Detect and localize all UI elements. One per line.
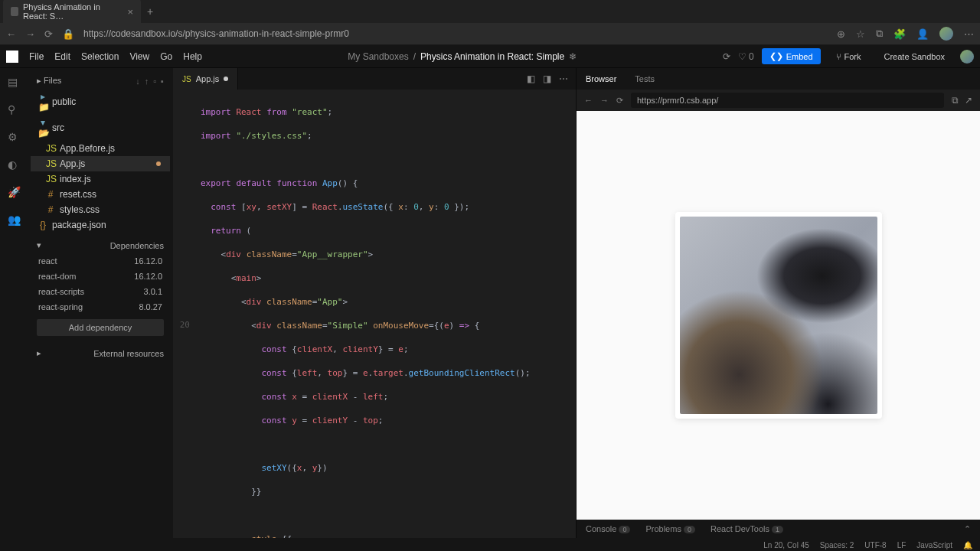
like-count: 0 (749, 51, 754, 62)
tree-folder-public[interactable]: ▸📁public (31, 89, 170, 115)
person-icon[interactable]: 👤 (916, 28, 929, 40)
editor-tabs: JS App.js ◧ ◨ ⋯ (173, 68, 576, 90)
collections-icon[interactable]: ⧉ (876, 28, 883, 40)
settings-icon[interactable]: ⚙ (8, 131, 20, 143)
extensions-icon[interactable]: 🧩 (893, 28, 906, 40)
tree-file[interactable]: #reset.css (31, 187, 170, 202)
preview-back-icon[interactable]: ← (584, 96, 593, 105)
preview-image[interactable] (680, 217, 877, 414)
deps-header[interactable]: ▾ Dependencies (31, 237, 170, 253)
problems-tab[interactable]: Problems 0 (645, 524, 695, 533)
dep-row[interactable]: react-dom16.12.0 (31, 269, 170, 284)
external-header-label: External resources (93, 349, 164, 358)
breadcrumb-root[interactable]: My Sandboxes (348, 51, 408, 62)
profile-avatar[interactable] (939, 27, 953, 41)
install-icon[interactable]: ⊕ (837, 28, 845, 40)
tree-file[interactable]: {}package.json (31, 217, 170, 233)
status-bell-icon[interactable]: 🔔 (963, 541, 972, 549)
reload-icon[interactable]: ⟳ (44, 28, 53, 40)
tree-folder-src[interactable]: ▾📂src (31, 115, 170, 141)
dep-row[interactable]: react16.12.0 (31, 253, 170, 269)
dep-version: 3.0.1 (144, 287, 162, 296)
preview-body[interactable] (577, 111, 980, 520)
explorer-icon[interactable]: ▤ (8, 76, 20, 88)
preview-tabs: Browser Tests (577, 68, 980, 90)
deploy-icon[interactable]: 🚀 (8, 186, 20, 198)
external-section: ▸ External resources (31, 345, 170, 361)
layout-icon[interactable]: ◧ (527, 73, 535, 84)
devtools-tab[interactable]: React DevTools 1 (710, 524, 783, 533)
tree-file[interactable]: JSindex.js (31, 171, 170, 187)
dep-row[interactable]: react-spring8.0.27 (31, 299, 170, 315)
menu-edit[interactable]: Edit (54, 51, 70, 62)
menu-view[interactable]: View (129, 51, 149, 62)
menu-help[interactable]: Help (183, 51, 202, 62)
browser-tab-bar: Physics Animation in React: S… × + (0, 0, 980, 23)
dep-row[interactable]: react-scripts3.0.1 (31, 284, 170, 299)
dep-version: 8.0.27 (139, 302, 162, 311)
new-file-icon[interactable]: ▪ (161, 77, 164, 86)
star-icon[interactable]: ☆ (856, 28, 865, 40)
upload-icon[interactable]: ↑ (145, 77, 149, 86)
tree-label: src (52, 122, 64, 133)
tab-title: Physics Animation in React: S… (23, 2, 122, 21)
download-icon[interactable]: ↓ (136, 77, 140, 86)
preview-forward-icon[interactable]: → (600, 96, 609, 105)
reload-sandbox-icon[interactable]: ⟳ (723, 51, 730, 62)
browser-tab[interactable]: Physics Animation in React: S… × (3, 0, 141, 25)
menu-selection[interactable]: Selection (81, 51, 119, 62)
console-badge: 0 (619, 526, 630, 533)
code-body[interactable]: import React from "react"; import "./sty… (196, 90, 576, 538)
app-menubar: File Edit Selection View Go Help My Sand… (0, 45, 980, 68)
like-button[interactable]: ♡ 0 (738, 51, 754, 62)
tree-file-active[interactable]: JSApp.js (31, 156, 170, 171)
preview-panel: Browser Tests ← → ⟳ ⧉ ↗ Console 0 Proble… (576, 68, 980, 538)
code-editor[interactable]: 20 import React from "react"; import "./… (173, 90, 576, 538)
tree-label: package.json (52, 220, 106, 230)
embed-button[interactable]: ❮❯ Embed (762, 48, 821, 64)
add-dependency-button[interactable]: Add dependency (37, 319, 164, 336)
more-icon[interactable]: ⋯ (559, 73, 568, 84)
tree-label: public (52, 96, 76, 107)
codesandbox-logo-icon[interactable] (6, 51, 18, 63)
status-language[interactable]: JavaScript (916, 541, 952, 549)
forward-icon[interactable]: → (25, 28, 35, 40)
menu-file[interactable]: File (29, 51, 44, 62)
preview-reload-icon[interactable]: ⟳ (616, 96, 623, 106)
tree-file[interactable]: #styles.css (31, 202, 170, 217)
external-header[interactable]: ▸ External resources (31, 345, 170, 361)
status-spaces[interactable]: Spaces: 2 (820, 541, 854, 549)
user-avatar[interactable] (960, 50, 974, 64)
editor-tab-label: App.js (196, 74, 220, 83)
editor-tab-actions: ◧ ◨ ⋯ (527, 73, 576, 84)
preview-new-window-icon[interactable]: ⧉ (952, 95, 959, 106)
breadcrumb-current[interactable]: Physics Animation in React: Simple (420, 51, 564, 62)
menu-icon[interactable]: ⋯ (964, 28, 974, 40)
close-icon[interactable]: × (127, 6, 133, 18)
js-file-icon: JS (182, 75, 191, 83)
tree-file[interactable]: JSApp.Before.js (31, 141, 170, 156)
fork-button[interactable]: ⑂ Fork (828, 49, 869, 64)
console-tab[interactable]: Console 0 (586, 524, 630, 533)
status-encoding[interactable]: UTF-8 (864, 541, 886, 549)
search-icon[interactable]: ⚲ (8, 103, 20, 116)
url-bar[interactable]: https://codesandbox.io/s/physics-animati… (83, 28, 828, 39)
preview-url-bar: ← → ⟳ ⧉ ↗ (577, 90, 980, 111)
problems-label: Problems (645, 524, 681, 533)
new-folder-icon[interactable]: ▫ (153, 77, 156, 86)
preview-tab-browser[interactable]: Browser (586, 74, 616, 83)
editor-tab[interactable]: JS App.js (173, 68, 238, 90)
create-sandbox-button[interactable]: Create Sandbox (877, 49, 953, 64)
status-eol[interactable]: LF (897, 541, 906, 549)
github-icon[interactable]: ◐ (8, 158, 20, 171)
status-position[interactable]: Ln 20, Col 45 (763, 541, 809, 549)
back-icon[interactable]: ← (6, 28, 16, 40)
chevron-up-icon[interactable]: ⌃ (964, 524, 971, 534)
preview-tab-tests[interactable]: Tests (635, 74, 655, 83)
preview-open-icon[interactable]: ↗ (965, 95, 972, 106)
preview-url-input[interactable] (631, 93, 944, 108)
layout-alt-icon[interactable]: ◨ (543, 73, 551, 84)
menu-go[interactable]: Go (160, 51, 172, 62)
live-icon[interactable]: 👥 (8, 214, 20, 226)
new-tab-button[interactable]: + (141, 2, 159, 21)
